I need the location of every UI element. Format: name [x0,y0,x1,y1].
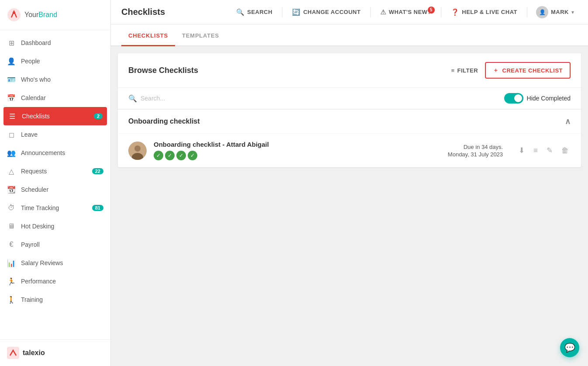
sidebar-item-performance[interactable]: 🏃Performance [0,272,110,290]
whats-new-button[interactable]: ⚠ WHAT'S NEW? 5 [376,6,436,19]
sidebar-item-time-tracking[interactable]: ⏱Time Tracking81 [0,199,110,217]
sidebar-item-label-salary-reviews: Salary Reviews [21,259,63,266]
sidebar-item-label-whos-who: Who's who [21,76,51,83]
sidebar-item-training[interactable]: 🚶Training [0,290,110,309]
sidebar-item-label-performance: Performance [21,278,56,285]
checklist-due: Due in 34 days. Monday, 31 July 2023 [448,144,503,158]
create-checklist-label: CREATE CHECKLIST [502,67,563,74]
browse-header: Browse Checklists ≡ FILTER ＋ CREATE CHEC… [118,53,581,88]
help-label: HELP & LIVE CHAT [462,9,517,15]
sidebar-item-payroll[interactable]: €Payroll [0,235,110,254]
sidebar-item-scheduler[interactable]: 📆Scheduler [0,180,110,199]
whats-new-label: WHAT'S NEW? [389,9,431,15]
check-4: ✓ [188,151,197,160]
avatar [128,142,147,160]
sidebar-item-checklists[interactable]: ☰Checklists2 [3,107,107,125]
sidebar-item-calendar[interactable]: 📅Calendar [0,89,110,107]
sidebar-item-dashboard[interactable]: ⊞Dashboard [0,34,110,52]
change-account-label: CHANGE ACCOUNT [303,9,361,15]
sidebar-item-label-time-tracking: Time Tracking [21,204,59,211]
whos-who-icon: 🪪 [7,75,16,84]
checklist-group-title: Onboarding checklist [128,117,200,125]
people-icon: 👤 [7,57,16,66]
tab-checklists[interactable]: CHECKLISTS [121,24,175,46]
whats-new-badge: 5 [428,7,435,14]
change-account-button[interactable]: 🔄 CHANGE ACCOUNT [288,6,365,19]
edit-icon[interactable]: ✎ [545,144,554,157]
checklist-item: Onboarding checklist - Attard Abigail ✓ … [118,133,581,167]
due-text: Due in 34 days. [448,144,503,150]
hide-completed-label: Hide Completed [527,95,571,102]
sidebar-item-leave[interactable]: ◻Leave [0,125,110,144]
sidebar-item-hot-desking[interactable]: 🖥Hot Desking [0,217,110,235]
delete-icon[interactable]: 🗑 [560,145,571,157]
hide-completed-wrap: Hide Completed [504,93,571,104]
sidebar-item-label-leave: Leave [21,131,38,138]
sidebar-item-label-people: People [21,58,40,65]
filter-icon: ≡ [451,67,454,74]
sidebar-item-whos-who[interactable]: 🪪Who's who [0,70,110,89]
browse-title: Browse Checklists [128,66,451,75]
checklist-group-header[interactable]: Onboarding checklist ∧ [118,110,581,133]
training-icon: 🚶 [7,295,16,304]
calendar-icon: 📅 [7,93,16,102]
checklist-info: Onboarding checklist - Attard Abigail ✓ … [154,141,441,160]
topbar-divider-4 [527,7,527,17]
payroll-icon: € [7,240,16,249]
sidebar-item-label-dashboard: Dashboard [21,39,51,46]
footer-brand-label: talexio [23,349,45,357]
list-icon[interactable]: ≡ [532,145,540,157]
check-1: ✓ [154,151,163,160]
svg-point-1 [13,11,15,14]
user-chevron-icon: ▾ [571,9,574,15]
download-icon[interactable]: ⬇ [517,144,526,157]
sidebar-item-label-announcements: Announcements [21,149,65,156]
announcements-icon: 👥 [7,148,16,157]
sidebar-nav: ⊞Dashboard👤People🪪Who's who📅Calendar☰Che… [0,30,110,339]
chat-icon: 💬 [564,342,575,353]
search-bar: 🔍 Hide Completed [118,88,581,109]
content-area: CHECKLISTS TEMPLATES Browse Checklists ≡… [111,24,588,366]
talexio-logo-icon [7,347,19,359]
user-menu[interactable]: 👤 MARK ▾ [533,4,578,20]
avatar: 👤 [536,6,548,18]
sidebar-item-salary-reviews[interactable]: 📊Salary Reviews [0,254,110,272]
topbar-divider-1 [282,7,282,17]
filter-button[interactable]: ≡ FILTER [451,67,478,74]
search-input[interactable] [141,95,500,102]
search-label: SEARCH [247,9,272,15]
page-title: Checklists [121,7,165,17]
sidebar-badge-requests: 22 [92,168,103,174]
check-3: ✓ [176,151,186,160]
main-area: Checklists 🔍 SEARCH 🔄 CHANGE ACCOUNT ⚠ W… [111,0,588,366]
create-checklist-button[interactable]: ＋ CREATE CHECKLIST [485,62,571,79]
sidebar: YourBrand ⊞Dashboard👤People🪪Who's who📅Ca… [0,0,111,366]
sidebar-logo: YourBrand [0,0,110,30]
salary-reviews-icon: 📊 [7,259,16,267]
sidebar-item-label-calendar: Calendar [21,94,46,101]
performance-icon: 🏃 [7,277,16,286]
sidebar-item-announcements[interactable]: 👥Announcements [0,144,110,162]
sidebar-item-label-training: Training [21,296,43,303]
help-button[interactable]: ❓ HELP & LIVE CHAT [447,6,522,19]
change-account-icon: 🔄 [292,8,301,16]
checklist-group: Onboarding checklist ∧ Onboardin [118,109,581,167]
requests-icon: △ [7,167,16,176]
topbar: Checklists 🔍 SEARCH 🔄 CHANGE ACCOUNT ⚠ W… [111,0,588,24]
sidebar-item-requests[interactable]: △Requests22 [0,162,110,180]
leave-icon: ◻ [7,130,16,139]
sidebar-item-people[interactable]: 👤People [0,52,110,70]
search-field-icon: 🔍 [128,94,137,103]
dashboard-icon: ⊞ [7,38,16,47]
search-button[interactable]: 🔍 SEARCH [232,6,277,19]
hot-desking-icon: 🖥 [7,222,16,231]
search-input-wrap: 🔍 [128,94,500,103]
sidebar-item-label-requests: Requests [21,168,47,175]
hide-completed-toggle[interactable] [504,93,523,104]
tab-templates[interactable]: TEMPLATES [175,24,226,46]
user-name: MARK [551,9,569,15]
chat-fab[interactable]: 💬 [560,338,579,357]
time-tracking-icon: ⏱ [7,204,16,212]
checklist-actions: ⬇ ≡ ✎ 🗑 [517,144,571,157]
search-icon: 🔍 [236,8,245,16]
